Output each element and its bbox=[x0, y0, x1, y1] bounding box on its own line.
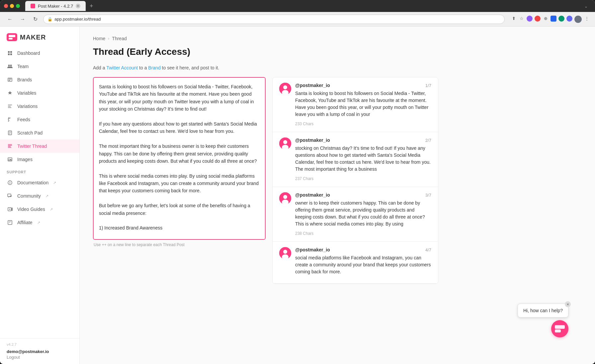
thread-text: owner is to keep their customers happy. … bbox=[295, 200, 431, 228]
thread-text: social media platforms like Facebook and… bbox=[295, 254, 431, 275]
thread-chars: 238 Chars bbox=[295, 231, 313, 236]
avatar bbox=[279, 247, 291, 259]
images-icon bbox=[7, 156, 13, 163]
sidebar-item-label: Images bbox=[17, 157, 33, 162]
sidebar-item-label: Variations bbox=[17, 104, 38, 109]
thread-preview-panel: @postmaker_io 1/7 Santa is looking to bo… bbox=[272, 77, 438, 284]
refresh-button[interactable]: ↻ bbox=[31, 15, 40, 24]
address-bar[interactable]: 🔒 app.postmaker.io/thread bbox=[43, 15, 505, 24]
browser-toolbar: ← → ↻ 🔒 app.postmaker.io/thread ⬆ ☆ ⊕ ⋮ bbox=[0, 12, 595, 27]
thread-num: 4/7 bbox=[425, 247, 431, 252]
sidebar-item-variations[interactable]: Variations bbox=[0, 100, 79, 113]
extension-icon-2[interactable] bbox=[535, 16, 541, 22]
sidebar-item-images[interactable]: Images bbox=[0, 153, 79, 166]
documentation-icon: i bbox=[7, 179, 13, 186]
svg-point-26 bbox=[283, 250, 287, 254]
scratch-pad-icon bbox=[7, 130, 13, 136]
svg-point-17 bbox=[283, 85, 287, 89]
main-nav: Dashboard Team Brands bbox=[0, 46, 79, 166]
close-tab-button[interactable]: ✕ bbox=[76, 4, 80, 8]
sidebar-item-label: Variables bbox=[17, 90, 36, 96]
sidebar-item-brands[interactable]: Brands bbox=[0, 73, 79, 86]
chat-open-button[interactable] bbox=[551, 320, 568, 337]
page-subtitle: Add a Twitter Account to a Brand to see … bbox=[93, 65, 582, 70]
editor-panel: Santa is looking to boost his followers … bbox=[93, 77, 266, 247]
thread-body: @postmaker_io 4/7 social media platforms… bbox=[295, 247, 431, 278]
thread-chars: 237 Chars bbox=[295, 176, 313, 181]
dashboard-icon bbox=[7, 50, 13, 56]
svg-rect-5 bbox=[9, 79, 11, 79]
sidebar-item-label: Brands bbox=[17, 77, 32, 82]
back-button[interactable]: ← bbox=[5, 15, 15, 24]
svg-point-9 bbox=[9, 159, 10, 159]
minimize-window-button[interactable] bbox=[10, 4, 14, 8]
close-window-button[interactable] bbox=[4, 4, 8, 8]
breadcrumb-home[interactable]: Home bbox=[93, 36, 105, 41]
svg-point-3 bbox=[10, 65, 12, 66]
tab-title: Post Maker - 4.2.7 bbox=[38, 4, 73, 9]
twitter-thread-icon bbox=[7, 143, 13, 149]
profile-icon[interactable] bbox=[574, 16, 582, 23]
sidebar-footer: v4.2.7 demo@postmaker.io Logout bbox=[0, 338, 79, 364]
thread-header: @postmaker_io 1/7 bbox=[295, 83, 431, 88]
sidebar-item-team[interactable]: Team bbox=[0, 60, 79, 73]
active-tab[interactable]: Post Maker - 4.2.7 ✕ bbox=[25, 1, 86, 11]
content-panels: Santa is looking to boost his followers … bbox=[93, 77, 582, 284]
svg-rect-4 bbox=[8, 78, 12, 81]
sidebar-item-documentation[interactable]: i Documentation ↗ bbox=[0, 176, 79, 189]
thread-header: @postmaker_io 4/7 bbox=[295, 247, 431, 252]
breadcrumb-current: Thread bbox=[112, 36, 127, 41]
thread-item: @postmaker_io 2/7 stocking on Christmas … bbox=[273, 132, 438, 187]
avatar bbox=[279, 83, 291, 95]
thread-header: @postmaker_io 3/7 bbox=[295, 192, 431, 198]
sidebar-item-variables[interactable]: Variables bbox=[0, 86, 79, 100]
extension-icon-1[interactable] bbox=[527, 16, 533, 22]
svg-point-23 bbox=[283, 195, 287, 199]
video-guides-icon bbox=[7, 206, 13, 213]
window-controls-right: ⌄ bbox=[584, 3, 591, 9]
extension-icon-4[interactable] bbox=[551, 16, 556, 22]
sidebar-item-feeds[interactable]: Feeds bbox=[0, 113, 79, 126]
extension-icon-5[interactable] bbox=[558, 16, 564, 22]
twitter-account-link[interactable]: Twitter Account bbox=[106, 65, 138, 70]
extension-icon-3[interactable]: ⊕ bbox=[543, 16, 549, 22]
brand-link[interactable]: Brand bbox=[148, 65, 160, 70]
support-section-label: SUPPORT bbox=[0, 166, 79, 176]
variations-icon bbox=[7, 103, 13, 110]
sidebar-item-video-guides[interactable]: Video Guides ↗ bbox=[0, 203, 79, 216]
sidebar-item-affiliate[interactable]: Affiliate ↗ bbox=[0, 216, 79, 229]
thread-editor[interactable]: Santa is looking to boost his followers … bbox=[93, 77, 266, 240]
extension-icon-6[interactable] bbox=[566, 16, 572, 22]
svg-rect-6 bbox=[9, 80, 10, 81]
svg-point-2 bbox=[8, 65, 10, 66]
feeds-icon bbox=[7, 116, 13, 123]
chat-bubble-text: Hi, how can I help? bbox=[523, 308, 563, 313]
sidebar-item-twitter-thread[interactable]: Twitter Thread bbox=[0, 139, 79, 153]
chat-close-button[interactable]: ✕ bbox=[565, 301, 571, 307]
sidebar-item-label: Community bbox=[17, 193, 41, 199]
new-tab-button[interactable]: + bbox=[87, 2, 96, 10]
traffic-lights bbox=[4, 4, 20, 8]
maximize-window-button[interactable] bbox=[16, 4, 20, 8]
brands-icon bbox=[7, 76, 13, 83]
svg-marker-14 bbox=[9, 209, 11, 210]
menu-icon[interactable]: ⋮ bbox=[584, 16, 590, 22]
thread-username: @postmaker_io bbox=[295, 192, 330, 198]
sidebar: MAKER Dashboard Team bbox=[0, 27, 80, 364]
sidebar-item-community[interactable]: Community ↗ bbox=[0, 189, 79, 203]
toolbar-icons: ⬆ ☆ ⊕ ⋮ bbox=[511, 16, 590, 23]
sidebar-item-label: Scratch Pad bbox=[17, 130, 42, 136]
forward-button[interactable]: → bbox=[18, 15, 27, 24]
sidebar-item-scratch-pad[interactable]: Scratch Pad bbox=[0, 126, 79, 139]
sidebar-item-dashboard[interactable]: Dashboard bbox=[0, 46, 79, 60]
share-icon[interactable]: ⬆ bbox=[511, 16, 517, 22]
title-bar: Post Maker - 4.2.7 ✕ + ⌄ bbox=[0, 0, 595, 12]
logout-link[interactable]: Logout bbox=[7, 355, 20, 360]
thread-item: @postmaker_io 3/7 owner is to keep their… bbox=[273, 187, 438, 242]
bookmark-icon[interactable]: ☆ bbox=[519, 16, 525, 22]
svg-rect-0 bbox=[9, 35, 15, 37]
thread-text: Santa is looking to boost his followers … bbox=[295, 90, 431, 118]
browser-window: Post Maker - 4.2.7 ✕ + ⌄ ← → ↻ 🔒 app.pos… bbox=[0, 0, 595, 364]
thread-username: @postmaker_io bbox=[295, 247, 330, 252]
svg-rect-28 bbox=[555, 325, 565, 329]
